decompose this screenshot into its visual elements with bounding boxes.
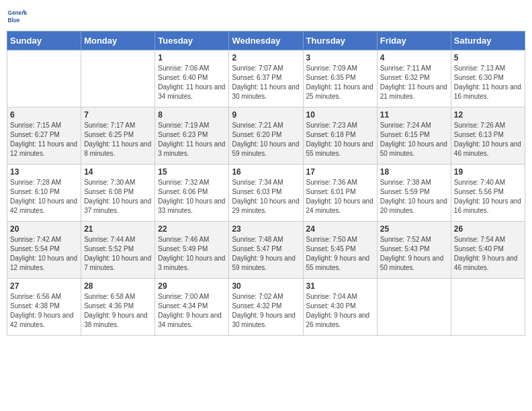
day-number: 18 bbox=[380, 167, 448, 177]
header-day-thursday: Thursday bbox=[303, 32, 377, 50]
day-number: 17 bbox=[306, 167, 374, 177]
day-number: 25 bbox=[380, 224, 448, 234]
day-number: 13 bbox=[10, 167, 78, 177]
day-info: Sunrise: 7:52 AM Sunset: 5:43 PM Dayligh… bbox=[380, 235, 448, 273]
day-info: Sunrise: 7:19 AM Sunset: 6:23 PM Dayligh… bbox=[158, 121, 226, 158]
day-number: 3 bbox=[306, 53, 374, 62]
calendar-cell: 3Sunrise: 7:09 AM Sunset: 6:35 PM Daylig… bbox=[303, 50, 377, 107]
calendar-cell: 20Sunrise: 7:42 AM Sunset: 5:54 PM Dayli… bbox=[7, 222, 81, 279]
calendar-cell bbox=[7, 50, 81, 107]
day-number: 30 bbox=[232, 281, 300, 291]
day-info: Sunrise: 7:21 AM Sunset: 6:20 PM Dayligh… bbox=[232, 121, 300, 158]
calendar-cell: 21Sunrise: 7:44 AM Sunset: 5:52 PM Dayli… bbox=[81, 222, 155, 279]
day-info: Sunrise: 7:36 AM Sunset: 6:01 PM Dayligh… bbox=[306, 178, 374, 216]
day-number: 28 bbox=[84, 281, 152, 291]
header-day-monday: Monday bbox=[81, 32, 155, 50]
day-info: Sunrise: 7:30 AM Sunset: 6:08 PM Dayligh… bbox=[84, 178, 152, 216]
calendar-cell: 9Sunrise: 7:21 AM Sunset: 6:20 PM Daylig… bbox=[229, 107, 303, 165]
day-info: Sunrise: 7:26 AM Sunset: 6:13 PM Dayligh… bbox=[454, 121, 522, 158]
day-info: Sunrise: 7:40 AM Sunset: 5:56 PM Dayligh… bbox=[454, 178, 522, 216]
day-info: Sunrise: 7:28 AM Sunset: 6:10 PM Dayligh… bbox=[10, 178, 78, 216]
calendar-cell bbox=[81, 50, 155, 107]
day-info: Sunrise: 6:58 AM Sunset: 4:36 PM Dayligh… bbox=[84, 292, 152, 330]
calendar-week-row: 27Sunrise: 6:56 AM Sunset: 4:38 PM Dayli… bbox=[7, 279, 525, 336]
calendar-week-row: 1Sunrise: 7:06 AM Sunset: 6:40 PM Daylig… bbox=[7, 50, 525, 107]
calendar-week-row: 20Sunrise: 7:42 AM Sunset: 5:54 PM Dayli… bbox=[7, 222, 525, 279]
day-number: 21 bbox=[84, 224, 152, 234]
logo-icon: General Blue bbox=[7, 7, 27, 27]
day-number: 14 bbox=[84, 167, 152, 177]
calendar-cell: 22Sunrise: 7:46 AM Sunset: 5:49 PM Dayli… bbox=[155, 222, 229, 279]
calendar-cell: 27Sunrise: 6:56 AM Sunset: 4:38 PM Dayli… bbox=[7, 279, 81, 336]
calendar-cell: 18Sunrise: 7:38 AM Sunset: 5:59 PM Dayli… bbox=[377, 165, 451, 222]
calendar-cell: 15Sunrise: 7:32 AM Sunset: 6:06 PM Dayli… bbox=[155, 165, 229, 222]
day-number: 22 bbox=[158, 224, 226, 234]
calendar-week-row: 13Sunrise: 7:28 AM Sunset: 6:10 PM Dayli… bbox=[7, 165, 525, 222]
day-number: 12 bbox=[454, 110, 522, 120]
day-info: Sunrise: 7:46 AM Sunset: 5:49 PM Dayligh… bbox=[158, 235, 226, 273]
header-day-tuesday: Tuesday bbox=[155, 32, 229, 50]
day-number: 24 bbox=[306, 224, 374, 234]
day-info: Sunrise: 7:42 AM Sunset: 5:54 PM Dayligh… bbox=[10, 235, 78, 273]
calendar-cell bbox=[377, 279, 451, 336]
day-info: Sunrise: 7:23 AM Sunset: 6:18 PM Dayligh… bbox=[306, 121, 374, 158]
calendar-cell: 5Sunrise: 7:13 AM Sunset: 6:30 PM Daylig… bbox=[451, 50, 525, 107]
calendar-cell: 19Sunrise: 7:40 AM Sunset: 5:56 PM Dayli… bbox=[451, 165, 525, 222]
day-number: 6 bbox=[10, 110, 78, 120]
calendar-cell: 6Sunrise: 7:15 AM Sunset: 6:27 PM Daylig… bbox=[7, 107, 81, 165]
calendar-cell: 23Sunrise: 7:48 AM Sunset: 5:47 PM Dayli… bbox=[229, 222, 303, 279]
svg-text:Blue: Blue bbox=[8, 17, 20, 24]
day-info: Sunrise: 7:00 AM Sunset: 4:34 PM Dayligh… bbox=[158, 292, 226, 330]
day-number: 2 bbox=[232, 53, 300, 62]
calendar-cell: 16Sunrise: 7:34 AM Sunset: 6:03 PM Dayli… bbox=[229, 165, 303, 222]
day-number: 16 bbox=[232, 167, 300, 177]
calendar-cell: 24Sunrise: 7:50 AM Sunset: 5:45 PM Dayli… bbox=[303, 222, 377, 279]
day-number: 29 bbox=[158, 281, 226, 291]
calendar-cell: 13Sunrise: 7:28 AM Sunset: 6:10 PM Dayli… bbox=[7, 165, 81, 222]
day-info: Sunrise: 7:04 AM Sunset: 4:30 PM Dayligh… bbox=[306, 292, 374, 330]
calendar-cell: 17Sunrise: 7:36 AM Sunset: 6:01 PM Dayli… bbox=[303, 165, 377, 222]
day-number: 9 bbox=[232, 110, 300, 120]
calendar-cell: 30Sunrise: 7:02 AM Sunset: 4:32 PM Dayli… bbox=[229, 279, 303, 336]
day-info: Sunrise: 7:34 AM Sunset: 6:03 PM Dayligh… bbox=[232, 178, 300, 216]
day-info: Sunrise: 7:17 AM Sunset: 6:25 PM Dayligh… bbox=[84, 121, 152, 158]
calendar-cell: 8Sunrise: 7:19 AM Sunset: 6:23 PM Daylig… bbox=[155, 107, 229, 165]
day-number: 19 bbox=[454, 167, 522, 177]
day-info: Sunrise: 7:13 AM Sunset: 6:30 PM Dayligh… bbox=[454, 64, 522, 101]
calendar-cell: 4Sunrise: 7:11 AM Sunset: 6:32 PM Daylig… bbox=[377, 50, 451, 107]
day-number: 26 bbox=[454, 224, 522, 234]
calendar-week-row: 6Sunrise: 7:15 AM Sunset: 6:27 PM Daylig… bbox=[7, 107, 525, 165]
day-info: Sunrise: 6:56 AM Sunset: 4:38 PM Dayligh… bbox=[10, 292, 78, 330]
day-info: Sunrise: 7:44 AM Sunset: 5:52 PM Dayligh… bbox=[84, 235, 152, 273]
day-number: 31 bbox=[306, 281, 374, 291]
day-number: 20 bbox=[10, 224, 78, 234]
day-info: Sunrise: 7:38 AM Sunset: 5:59 PM Dayligh… bbox=[380, 178, 448, 216]
day-info: Sunrise: 7:24 AM Sunset: 6:15 PM Dayligh… bbox=[380, 121, 448, 158]
day-number: 7 bbox=[84, 110, 152, 120]
calendar-cell: 28Sunrise: 6:58 AM Sunset: 4:36 PM Dayli… bbox=[81, 279, 155, 336]
calendar-header-row: SundayMondayTuesdayWednesdayThursdayFrid… bbox=[7, 32, 525, 50]
day-info: Sunrise: 7:06 AM Sunset: 6:40 PM Dayligh… bbox=[158, 64, 226, 101]
calendar-cell: 29Sunrise: 7:00 AM Sunset: 4:34 PM Dayli… bbox=[155, 279, 229, 336]
day-info: Sunrise: 7:54 AM Sunset: 5:40 PM Dayligh… bbox=[454, 235, 522, 273]
header-day-wednesday: Wednesday bbox=[229, 32, 303, 50]
header-day-friday: Friday bbox=[377, 32, 451, 50]
calendar-cell: 2Sunrise: 7:07 AM Sunset: 6:37 PM Daylig… bbox=[229, 50, 303, 107]
calendar-table: SundayMondayTuesdayWednesdayThursdayFrid… bbox=[7, 31, 525, 336]
day-info: Sunrise: 7:48 AM Sunset: 5:47 PM Dayligh… bbox=[232, 235, 300, 273]
day-number: 1 bbox=[158, 53, 226, 62]
day-number: 10 bbox=[306, 110, 374, 120]
day-info: Sunrise: 7:50 AM Sunset: 5:45 PM Dayligh… bbox=[306, 235, 374, 273]
day-info: Sunrise: 7:11 AM Sunset: 6:32 PM Dayligh… bbox=[380, 64, 448, 101]
header-day-sunday: Sunday bbox=[7, 32, 81, 50]
calendar-cell: 10Sunrise: 7:23 AM Sunset: 6:18 PM Dayli… bbox=[303, 107, 377, 165]
calendar-cell: 11Sunrise: 7:24 AM Sunset: 6:15 PM Dayli… bbox=[377, 107, 451, 165]
day-info: Sunrise: 7:32 AM Sunset: 6:06 PM Dayligh… bbox=[158, 178, 226, 216]
day-number: 11 bbox=[380, 110, 448, 120]
day-number: 5 bbox=[454, 53, 522, 62]
day-number: 4 bbox=[380, 53, 448, 62]
day-number: 27 bbox=[10, 281, 78, 291]
calendar-cell: 1Sunrise: 7:06 AM Sunset: 6:40 PM Daylig… bbox=[155, 50, 229, 107]
day-info: Sunrise: 7:07 AM Sunset: 6:37 PM Dayligh… bbox=[232, 64, 300, 101]
page-header: General Blue bbox=[7, 7, 525, 27]
